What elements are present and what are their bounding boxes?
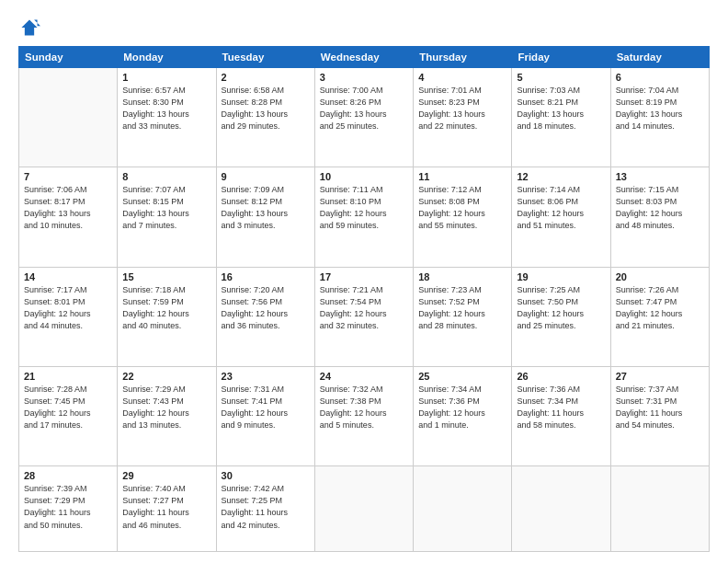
day-info: Sunrise: 7:20 AM Sunset: 7:56 PM Dayligh…: [222, 284, 310, 332]
calendar-cell: 13Sunrise: 7:15 AM Sunset: 8:03 PM Dayli…: [610, 167, 709, 267]
logo: [18, 17, 44, 39]
col-header-tuesday: Tuesday: [216, 47, 314, 68]
col-header-thursday: Thursday: [414, 47, 512, 68]
calendar-cell: 30Sunrise: 7:42 AM Sunset: 7:25 PM Dayli…: [216, 466, 314, 552]
day-number: 22: [122, 371, 210, 382]
day-info: Sunrise: 7:29 AM Sunset: 7:43 PM Dayligh…: [122, 384, 210, 431]
day-info: Sunrise: 7:28 AM Sunset: 7:45 PM Dayligh…: [24, 384, 112, 431]
calendar-header-row: SundayMondayTuesdayWednesdayThursdayFrid…: [19, 47, 710, 68]
day-info: Sunrise: 7:01 AM Sunset: 8:23 PM Dayligh…: [418, 85, 506, 132]
day-number: 2: [222, 72, 310, 83]
calendar-cell: 3Sunrise: 7:00 AM Sunset: 8:26 PM Daylig…: [314, 68, 413, 167]
day-number: 11: [418, 171, 506, 182]
day-info: Sunrise: 7:03 AM Sunset: 8:21 PM Dayligh…: [517, 85, 605, 132]
day-info: Sunrise: 7:09 AM Sunset: 8:12 PM Dayligh…: [222, 184, 310, 232]
calendar-cell: 7Sunrise: 7:06 AM Sunset: 8:17 PM Daylig…: [19, 167, 118, 267]
day-info: Sunrise: 7:31 AM Sunset: 7:41 PM Dayligh…: [222, 384, 310, 431]
day-number: 6: [616, 72, 704, 83]
day-number: 13: [616, 171, 704, 182]
calendar-cell: 29Sunrise: 7:40 AM Sunset: 7:27 PM Dayli…: [118, 466, 216, 552]
day-number: 23: [222, 371, 310, 382]
day-number: 28: [24, 470, 112, 481]
calendar-cell: [414, 466, 512, 552]
calendar-cell: 4Sunrise: 7:01 AM Sunset: 8:23 PM Daylig…: [414, 68, 512, 167]
svg-marker-0: [21, 19, 37, 35]
day-number: 25: [418, 371, 506, 382]
calendar-week-row: 21Sunrise: 7:28 AM Sunset: 7:45 PM Dayli…: [19, 367, 710, 466]
calendar-week-row: 1Sunrise: 6:57 AM Sunset: 8:30 PM Daylig…: [19, 68, 710, 167]
calendar-cell: [610, 466, 709, 552]
day-number: 21: [24, 371, 112, 382]
day-number: 10: [320, 171, 408, 182]
calendar-cell: 23Sunrise: 7:31 AM Sunset: 7:41 PM Dayli…: [216, 367, 314, 466]
day-info: Sunrise: 7:15 AM Sunset: 8:03 PM Dayligh…: [616, 184, 704, 232]
calendar-cell: 21Sunrise: 7:28 AM Sunset: 7:45 PM Dayli…: [19, 367, 118, 466]
day-number: 17: [320, 271, 408, 282]
day-number: 29: [122, 470, 210, 481]
day-number: 5: [517, 72, 605, 83]
day-number: 14: [24, 271, 112, 282]
day-info: Sunrise: 7:39 AM Sunset: 7:29 PM Dayligh…: [24, 483, 112, 531]
day-info: Sunrise: 7:11 AM Sunset: 8:10 PM Dayligh…: [320, 184, 408, 232]
day-number: 15: [122, 271, 210, 282]
day-number: 7: [24, 171, 112, 182]
day-number: 16: [222, 271, 310, 282]
day-info: Sunrise: 7:07 AM Sunset: 8:15 PM Dayligh…: [122, 184, 210, 232]
day-info: Sunrise: 7:34 AM Sunset: 7:36 PM Dayligh…: [418, 384, 506, 431]
day-info: Sunrise: 7:32 AM Sunset: 7:38 PM Dayligh…: [320, 384, 408, 431]
day-number: 19: [517, 271, 605, 282]
day-info: Sunrise: 7:14 AM Sunset: 8:06 PM Dayligh…: [517, 184, 605, 232]
day-number: 30: [222, 470, 310, 481]
calendar-cell: [19, 68, 118, 167]
calendar-week-row: 7Sunrise: 7:06 AM Sunset: 8:17 PM Daylig…: [19, 167, 710, 267]
day-info: Sunrise: 6:57 AM Sunset: 8:30 PM Dayligh…: [122, 85, 210, 132]
logo-icon: [18, 17, 40, 39]
calendar-cell: 15Sunrise: 7:18 AM Sunset: 7:59 PM Dayli…: [118, 267, 216, 366]
calendar-cell: 2Sunrise: 6:58 AM Sunset: 8:28 PM Daylig…: [216, 68, 314, 167]
day-info: Sunrise: 7:23 AM Sunset: 7:52 PM Dayligh…: [418, 284, 506, 332]
calendar-cell: 14Sunrise: 7:17 AM Sunset: 8:01 PM Dayli…: [19, 267, 118, 366]
calendar-cell: 6Sunrise: 7:04 AM Sunset: 8:19 PM Daylig…: [610, 68, 709, 167]
day-number: 18: [418, 271, 506, 282]
calendar-cell: 11Sunrise: 7:12 AM Sunset: 8:08 PM Dayli…: [414, 167, 512, 267]
day-info: Sunrise: 7:12 AM Sunset: 8:08 PM Dayligh…: [418, 184, 506, 232]
day-info: Sunrise: 7:37 AM Sunset: 7:31 PM Dayligh…: [616, 384, 704, 431]
page: SundayMondayTuesdayWednesdayThursdayFrid…: [0, 0, 728, 563]
calendar-cell: 22Sunrise: 7:29 AM Sunset: 7:43 PM Dayli…: [118, 367, 216, 466]
calendar-table: SundayMondayTuesdayWednesdayThursdayFrid…: [18, 46, 710, 552]
calendar-cell: 1Sunrise: 6:57 AM Sunset: 8:30 PM Daylig…: [118, 68, 216, 167]
calendar-cell: 26Sunrise: 7:36 AM Sunset: 7:34 PM Dayli…: [512, 367, 610, 466]
day-info: Sunrise: 7:36 AM Sunset: 7:34 PM Dayligh…: [517, 384, 605, 431]
calendar-cell: 17Sunrise: 7:21 AM Sunset: 7:54 PM Dayli…: [314, 267, 413, 366]
calendar-cell: 19Sunrise: 7:25 AM Sunset: 7:50 PM Dayli…: [512, 267, 610, 366]
day-number: 4: [418, 72, 506, 83]
day-info: Sunrise: 7:26 AM Sunset: 7:47 PM Dayligh…: [616, 284, 704, 332]
svg-marker-1: [34, 19, 40, 26]
day-number: 8: [122, 171, 210, 182]
col-header-friday: Friday: [512, 47, 610, 68]
calendar-cell: 28Sunrise: 7:39 AM Sunset: 7:29 PM Dayli…: [19, 466, 118, 552]
day-number: 26: [517, 371, 605, 382]
calendar-cell: 8Sunrise: 7:07 AM Sunset: 8:15 PM Daylig…: [118, 167, 216, 267]
calendar-cell: 10Sunrise: 7:11 AM Sunset: 8:10 PM Dayli…: [314, 167, 413, 267]
day-info: Sunrise: 7:17 AM Sunset: 8:01 PM Dayligh…: [24, 284, 112, 332]
day-info: Sunrise: 7:06 AM Sunset: 8:17 PM Dayligh…: [24, 184, 112, 232]
calendar-cell: [314, 466, 413, 552]
col-header-sunday: Sunday: [19, 47, 118, 68]
day-info: Sunrise: 7:40 AM Sunset: 7:27 PM Dayligh…: [122, 483, 210, 531]
day-info: Sunrise: 7:25 AM Sunset: 7:50 PM Dayligh…: [517, 284, 605, 332]
day-info: Sunrise: 7:04 AM Sunset: 8:19 PM Dayligh…: [616, 85, 704, 132]
header: [18, 17, 710, 39]
col-header-monday: Monday: [118, 47, 216, 68]
day-number: 12: [517, 171, 605, 182]
calendar-cell: [512, 466, 610, 552]
col-header-wednesday: Wednesday: [314, 47, 413, 68]
calendar-week-row: 14Sunrise: 7:17 AM Sunset: 8:01 PM Dayli…: [19, 267, 710, 366]
day-info: Sunrise: 7:18 AM Sunset: 7:59 PM Dayligh…: [122, 284, 210, 332]
day-number: 20: [616, 271, 704, 282]
day-number: 9: [222, 171, 310, 182]
calendar-cell: 16Sunrise: 7:20 AM Sunset: 7:56 PM Dayli…: [216, 267, 314, 366]
calendar-cell: 20Sunrise: 7:26 AM Sunset: 7:47 PM Dayli…: [610, 267, 709, 366]
calendar-cell: 5Sunrise: 7:03 AM Sunset: 8:21 PM Daylig…: [512, 68, 610, 167]
day-number: 1: [122, 72, 210, 83]
